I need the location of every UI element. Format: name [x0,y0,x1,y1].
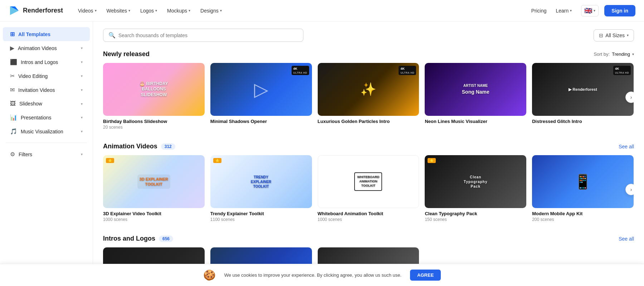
sidebar-item-filters[interactable]: ⚙ Filters ▾ [3,147,90,161]
card-birthday[interactable]: 🎂 BIRTHDAYBALLOONSSLIDESHOW Birthday Bal… [103,63,205,131]
card-golden[interactable]: ✨ 4KULTRA HD Luxurious Golden Particles … [318,63,419,131]
nav-websites[interactable]: Websites ▾ [103,6,134,16]
main-nav: Videos ▾ Websites ▾ Logos ▾ Mockups ▾ De… [74,6,225,16]
card-scenes: 200 scenes [532,217,634,222]
section-animation-videos: Animation Videos 312 See all ⭐ 3D EXPLAI… [103,143,634,223]
sidebar-item-label: Slideshow [19,101,42,107]
see-all-link[interactable]: See all [619,236,634,242]
sidebar-item-all-templates[interactable]: ⊞ All Templates [3,27,90,41]
logo-icon [9,5,20,16]
premium-badge: ⭐ [213,158,221,163]
size-filter[interactable]: ⊟ All Sizes ▾ [594,29,634,41]
cookie-text: We use cookies to improve your experienc… [224,272,401,278]
sidebar-item-slideshow[interactable]: 🖼 Slideshow ▾ [3,97,90,110]
chevron-down-icon: ▾ [155,9,157,13]
card-3d-explainer[interactable]: ⭐ 3D EXPLAINERTOOLKIT 3D Explainer Video… [103,155,205,223]
see-all-link[interactable]: See all [619,144,634,149]
card-name: Distressed Glitch Intro [532,119,634,124]
sidebar-item-music-visualization[interactable]: 🎵 Music Visualization ▾ [3,124,90,138]
card-name: Luxurious Golden Particles Intro [318,119,419,124]
intros-icon: ⬛ [10,59,17,65]
card-whiteboard[interactable]: WHITEBOARDANIMATIONTOOLKIT Whiteboard An… [318,155,419,223]
badge-4k: 4KULTRA HD [399,66,416,75]
sidebar-item-label: Presentations [21,115,52,120]
card-thumbnail: ⭐ 3D EXPLAINERTOOLKIT [103,155,205,208]
flag-icon: 🇬🇧 [584,7,592,15]
sort-row: Sort by: Trending ▾ [594,51,634,57]
filters-label: Filters [19,152,32,157]
nav-designs[interactable]: Designs ▾ [197,6,225,16]
chevron-down-icon: ▾ [220,9,222,13]
presentation-icon: 📊 [10,114,17,121]
card-scenes: 1100 scenes [210,217,312,222]
top-row: 🔍 ⊟ All Sizes ▾ [103,29,634,42]
section-newly-released: Newly released Sort by: Trending ▾ 🎂 BIR… [103,50,634,131]
carousel-next-button[interactable]: › [625,92,634,103]
card-info: Minimal Shadows Opener [210,116,312,126]
filter-icon: ⊟ [599,33,603,38]
chevron-down-icon: ▾ [81,60,83,64]
premium-badge: ⭐ [106,158,114,163]
chevron-down-icon: ▾ [81,46,83,50]
newly-released-cards: 🎂 BIRTHDAYBALLOONSSLIDESHOW Birthday Bal… [103,63,634,131]
card-thumbnail: WHITEBOARDANIMATIONTOOLKIT [318,155,419,208]
nav-mockups[interactable]: Mockups ▾ [164,6,194,16]
language-selector[interactable]: 🇬🇧 ▾ [581,5,599,16]
card-thumbnail: ⭐ TRENDYEXPLAINERTOOLKIT [210,155,312,208]
card-glitch[interactable]: ▶ Renderforest 4KULTRA HD Distressed Gli… [532,63,634,131]
chevron-down-icon: ▾ [128,9,130,13]
header: Renderforest Videos ▾ Websites ▾ Logos ▾… [0,0,644,21]
sort-value[interactable]: Trending [612,51,630,57]
logo[interactable]: Renderforest [9,5,63,16]
chevron-down-icon: ▾ [627,33,629,37]
search-box[interactable]: 🔍 [103,29,303,42]
nav-videos[interactable]: Videos ▾ [74,6,100,16]
card-thumbnail: ARTIST NAMESong Name [425,63,526,116]
chevron-down-icon: ▾ [81,129,83,133]
card-name: Neon Lines Music Visualizer [425,119,526,124]
card-neon[interactable]: ARTIST NAMESong Name Neon Lines Music Vi… [425,63,526,131]
card-thumbnail: 🎂 BIRTHDAYBALLOONSSLIDESHOW [103,63,205,116]
badge-4k: 4KULTRA HD [292,66,309,75]
carousel-next-button[interactable]: › [625,184,634,195]
pricing-link[interactable]: Pricing [531,8,547,14]
section-title: Animation Videos [103,143,157,150]
sidebar-item-animation-videos[interactable]: ▶ Animation Videos ▾ [3,41,90,55]
card-trendy-explainer[interactable]: ⭐ TRENDYEXPLAINERTOOLKIT Trendy Explaine… [210,155,312,223]
section-header: Animation Videos 312 See all [103,143,634,150]
sidebar-item-label: Animation Videos [18,45,57,51]
learn-link[interactable]: Learn ▾ [552,6,576,16]
card-mobile-app[interactable]: 📱 Modern Mobile App Kit 200 scenes [532,155,634,223]
play-icon: ▶ [10,45,14,51]
sidebar-item-intros-logos[interactable]: ⬛ Intros and Logos ▾ [3,55,90,69]
music-icon: 🎵 [10,128,17,135]
sidebar-item-presentations[interactable]: 📊 Presentations ▾ [3,110,90,124]
section-title: Newly released [103,50,150,58]
card-minimal[interactable]: ▷ 4KULTRA HD Minimal Shadows Opener [210,63,312,131]
sign-in-button[interactable]: Sign in [604,5,635,16]
chevron-down-icon: ▾ [81,152,83,156]
card-name: Trendy Explainer Toolkit [210,211,312,216]
sidebar: ⊞ All Templates ▶ Animation Videos ▾ ⬛ I… [0,21,93,286]
card-scenes: 150 scenes [425,217,526,222]
card-scenes: 1000 scenes [318,217,419,222]
chevron-down-icon: ▾ [594,9,595,13]
header-left: Renderforest Videos ▾ Websites ▾ Logos ▾… [9,5,225,16]
sidebar-item-label: Invitation Videos [18,87,55,93]
search-input[interactable] [118,33,298,38]
chevron-down-icon: ▾ [81,74,83,78]
chevron-down-icon: ▾ [570,9,572,13]
card-info: Luxurious Golden Particles Intro [318,116,419,126]
sidebar-item-video-editing[interactable]: ✂ Video Editing ▾ [3,69,90,83]
card-name: Birthday Balloons Slideshow [103,119,205,124]
chevron-down-icon: ▾ [632,52,634,56]
card-typography[interactable]: ⭐ CleanTypographyPack Clean Typography P… [425,155,526,223]
card-info: Whiteboard Animation Toolkit 1000 scenes [318,208,419,223]
nav-logos[interactable]: Logos ▾ [137,6,161,16]
badge-4k: 4KULTRA HD [613,66,631,75]
section-header: Intros and Logos 656 See all [103,235,634,242]
sidebar-item-invitation-videos[interactable]: ✉ Invitation Videos ▾ [3,83,90,97]
agree-button[interactable]: AGREE [410,270,441,281]
section-title: Intros and Logos [103,235,155,242]
grid-icon: ⊞ [10,31,15,38]
